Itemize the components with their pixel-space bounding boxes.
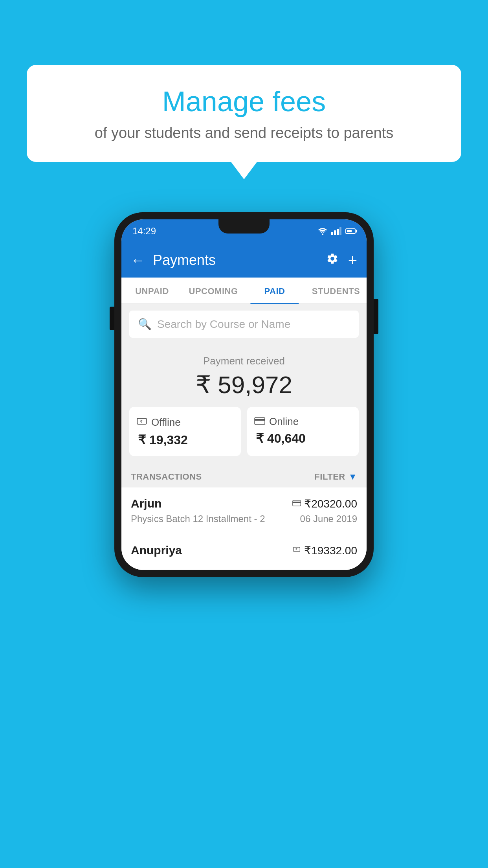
svg-point-0 <box>322 234 323 235</box>
phone-screen: 14:29 <box>121 219 367 570</box>
phone-mockup: 14:29 <box>114 212 374 577</box>
transaction-name: Arjun <box>131 497 161 510</box>
search-icon: 🔍 <box>138 318 152 331</box>
svg-rect-3 <box>255 417 265 425</box>
payment-received-label: Payment received <box>129 355 359 367</box>
search-container: 🔍 Search by Course or Name <box>121 304 367 344</box>
status-icons <box>318 227 356 235</box>
search-box[interactable]: 🔍 Search by Course or Name <box>129 311 359 338</box>
payment-summary: Payment received ₹ 59,972 ₹ <box>121 344 367 464</box>
svg-text:₹: ₹ <box>140 419 143 424</box>
battery-icon <box>345 228 356 234</box>
wifi-icon <box>318 228 327 235</box>
card-svg <box>254 417 265 425</box>
transaction-amount: ₹20320.00 <box>304 497 357 510</box>
signal-icon <box>331 227 341 235</box>
svg-rect-4 <box>255 419 265 421</box>
tabs-bar: UNPAID UPCOMING PAID STUDENTS <box>121 278 367 304</box>
status-time: 14:29 <box>132 226 156 237</box>
settings-icon[interactable] <box>326 252 339 268</box>
online-card-header: Online <box>254 416 352 428</box>
payment-cards: ₹ Offline ₹ 19,332 <box>129 407 359 456</box>
transactions-header: TRANSACTIONS FILTER ▼ <box>121 464 367 487</box>
transaction-amount-2: ₹19332.00 <box>304 544 357 557</box>
svg-rect-5 <box>293 500 301 506</box>
offline-svg: ₹ <box>136 416 147 427</box>
transaction-type-icon-online <box>292 498 301 509</box>
online-icon <box>254 416 265 428</box>
filter-label: FILTER <box>314 472 345 482</box>
offline-icon: ₹ <box>136 416 147 429</box>
search-input[interactable]: Search by Course or Name <box>157 318 290 331</box>
gear-svg <box>326 252 339 265</box>
transaction-item-anupriya[interactable]: Anupriya ₹ ₹19332.00 <box>121 534 367 570</box>
offline-label: Offline <box>151 416 181 428</box>
transaction-name-2: Anupriya <box>131 544 182 557</box>
transaction-amount-wrapper: ₹20320.00 <box>292 497 357 510</box>
payment-total-amount: ₹ 59,972 <box>129 370 359 399</box>
filter-button[interactable]: FILTER ▼ <box>314 472 357 482</box>
online-label: Online <box>269 416 299 428</box>
offline-amount: ₹ 19,332 <box>136 432 234 447</box>
transactions-label: TRANSACTIONS <box>131 472 202 482</box>
back-button[interactable]: ← <box>131 252 145 268</box>
online-payment-icon <box>292 500 301 506</box>
svg-rect-6 <box>293 502 301 503</box>
add-icon[interactable]: + <box>348 252 357 269</box>
phone-outer: 14:29 <box>114 212 374 577</box>
online-card: Online ₹ 40,640 <box>247 407 359 456</box>
tab-upcoming[interactable]: UPCOMING <box>183 278 244 303</box>
speech-bubble: Manage fees of your students and send re… <box>27 65 461 162</box>
transaction-type-icon-offline: ₹ <box>292 545 301 555</box>
transaction-row-top: Arjun ₹20320.00 <box>131 497 357 510</box>
tab-paid[interactable]: PAID <box>244 278 305 303</box>
status-bar: 14:29 <box>121 219 367 243</box>
app-bar-actions: + <box>326 252 357 269</box>
online-amount: ₹ 40,640 <box>254 431 352 446</box>
app-bar: ← Payments + <box>121 243 367 278</box>
svg-text:₹: ₹ <box>295 548 297 551</box>
offline-payment-icon: ₹ <box>292 545 301 553</box>
transaction-list: Arjun ₹20320.00 <box>121 487 367 570</box>
transaction-item-arjun[interactable]: Arjun ₹20320.00 <box>121 487 367 534</box>
phone-notch <box>218 219 270 234</box>
offline-card: ₹ Offline ₹ 19,332 <box>129 407 241 456</box>
bubble-title: Manage fees <box>50 85 438 118</box>
transaction-row-top-2: Anupriya ₹ ₹19332.00 <box>131 544 357 557</box>
transaction-amount-wrapper-2: ₹ ₹19332.00 <box>292 544 357 557</box>
transaction-course: Physics Batch 12 Installment - 2 <box>131 513 265 524</box>
tab-unpaid[interactable]: UNPAID <box>121 278 183 303</box>
tab-students[interactable]: STUDENTS <box>305 278 367 303</box>
offline-card-header: ₹ Offline <box>136 416 234 429</box>
transaction-row-bottom: Physics Batch 12 Installment - 2 06 June… <box>131 513 357 524</box>
bubble-subtitle: of your students and send receipts to pa… <box>50 125 438 142</box>
transaction-date: 06 June 2019 <box>300 513 357 524</box>
filter-icon: ▼ <box>349 472 357 482</box>
app-bar-title: Payments <box>153 252 318 268</box>
